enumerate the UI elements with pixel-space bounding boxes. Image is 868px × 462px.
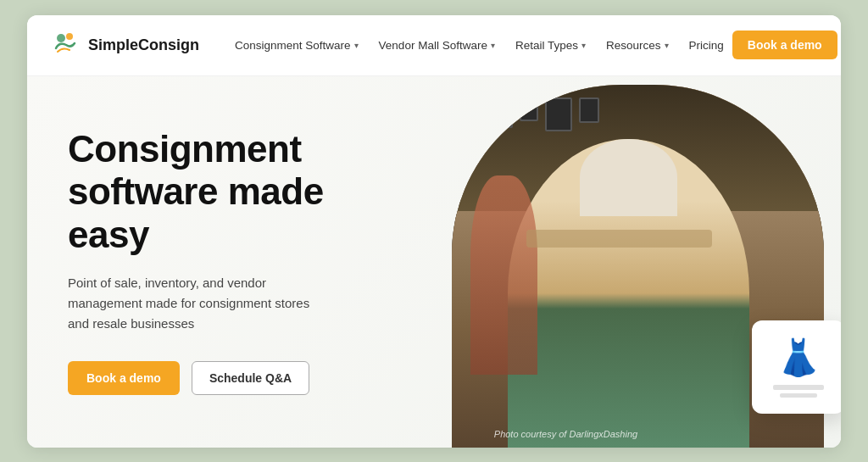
svg-point-1: [66, 33, 73, 40]
hero-schedule-qa-button[interactable]: Schedule Q&A: [192, 361, 309, 395]
counter-surface: [526, 230, 713, 248]
nav-item-consignment-software[interactable]: Consignment Software ▾: [226, 32, 367, 58]
nav-item-vendor-mall[interactable]: Vendor Mall Software ▾: [370, 32, 504, 58]
hero-right: Photo courtesy of DarlingxDashing 👗: [418, 76, 841, 448]
svg-point-0: [57, 34, 65, 42]
frame-3: [545, 97, 572, 131]
frame-4: [579, 97, 599, 123]
hero-buttons: Book a demo Schedule Q&A: [68, 361, 384, 395]
hero-headline: Consignment software made easy: [68, 128, 384, 257]
logo-area: SimpleConsign: [51, 30, 199, 60]
card-line-1: [773, 385, 824, 390]
card-lines: [773, 385, 824, 398]
chevron-down-icon: ▾: [581, 41, 586, 50]
photo-caption: Photo courtesy of DarlingxDashing: [494, 429, 637, 439]
photo-frames: [489, 97, 599, 131]
frame-2: [520, 97, 538, 121]
hero-section: Consignment software made easy Point of …: [27, 76, 841, 448]
brand-name: SimpleConsign: [88, 36, 199, 54]
logo-icon: [51, 30, 81, 60]
card-line-2: [780, 393, 817, 398]
navbar: SimpleConsign Consignment Software ▾ Ven…: [27, 15, 841, 76]
person-foreground: [470, 175, 537, 375]
frame-1: [489, 97, 513, 128]
nav-book-demo-button[interactable]: Book a demo: [732, 31, 837, 59]
dress-icon: 👗: [776, 337, 821, 378]
person-hair: [580, 139, 676, 216]
floating-product-card: 👗: [752, 320, 841, 414]
chevron-down-icon: ▾: [354, 41, 359, 50]
chevron-down-icon: ▾: [491, 41, 495, 50]
nav-item-retail-types[interactable]: Retail Types ▾: [507, 32, 594, 58]
hero-left: Consignment software made easy Point of …: [27, 76, 418, 448]
person-figure: [508, 139, 749, 448]
hero-book-demo-button[interactable]: Book a demo: [68, 361, 180, 395]
main-container: SimpleConsign Consignment Software ▾ Ven…: [27, 15, 841, 448]
chevron-down-icon: ▾: [665, 41, 669, 50]
hero-subtext: Point of sale, inventory, and vendor man…: [68, 273, 322, 334]
nav-links: Consignment Software ▾ Vendor Mall Softw…: [226, 32, 732, 58]
nav-item-resources[interactable]: Resources ▾: [598, 32, 677, 58]
nav-actions: Book a demo Login: [732, 31, 841, 59]
nav-item-pricing[interactable]: Pricing: [681, 32, 732, 58]
